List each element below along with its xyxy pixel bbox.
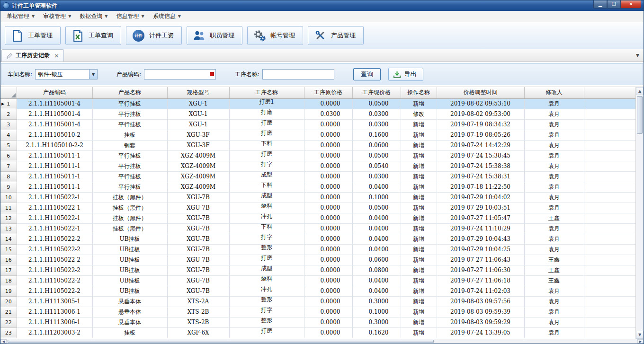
row-number-cell[interactable]: 23 <box>0 327 17 338</box>
cell: 2019-07-24 15:38:45 <box>437 150 524 161</box>
menu-item-system[interactable]: 系统信息▼ <box>149 10 185 22</box>
table-row[interactable]: 112.1.1.H1105022-1挂板（黑件）XGU-7B烧料0.00000.… <box>0 203 636 213</box>
table-row[interactable]: 172.1.1.H1105022-2UB挂板XGU-7B成型0.00000.08… <box>0 265 636 275</box>
menu-item-documents[interactable]: 单据管理▼ <box>2 10 39 22</box>
column-header-4[interactable]: 工序名称 <box>229 87 304 98</box>
row-number-cell[interactable]: 21 <box>0 307 17 317</box>
scroll-down-icon[interactable]: ▼ <box>636 331 644 339</box>
cell: 修改 <box>401 109 437 119</box>
table-row[interactable]: ▶12.1.1.H1105001-4平行挂板XGU-1打磨10.00000.05… <box>0 98 636 109</box>
scroll-left-icon[interactable]: ◀ <box>0 339 7 344</box>
column-header-1[interactable]: 产品编码 <box>17 87 92 98</box>
tab-process-history[interactable]: 工序历史记录 × <box>1 49 64 62</box>
menu-item-audit[interactable]: 审核管理▼ <box>39 10 75 22</box>
row-number-cell[interactable]: 22 <box>0 317 17 327</box>
search-button[interactable]: 查询 <box>353 68 381 80</box>
row-number-cell[interactable]: ▶1 <box>0 98 17 109</box>
close-button[interactable]: ✕ <box>621 0 641 9</box>
table-row[interactable]: 102.1.1.H1105022-1挂板（黑件）XGU-7B成型0.00000.… <box>0 192 636 203</box>
row-number-cell[interactable]: 9 <box>0 182 17 192</box>
horizontal-scroll-thumb[interactable] <box>8 340 434 343</box>
staff-mgmt-button[interactable]: 职员管理 <box>187 26 242 45</box>
cell: 新增 <box>401 265 437 275</box>
table-row[interactable]: 212.1.1.H1113006-1悬垂本体XTS-2B打字0.00000.10… <box>0 307 636 317</box>
table-row[interactable]: 182.1.1.H1105022-2UB挂板XGU-7B烧料0.00000.04… <box>0 275 636 286</box>
scroll-up-icon[interactable]: ▲ <box>636 87 644 95</box>
product-code-input[interactable] <box>144 70 215 79</box>
workshop-dropdown-icon[interactable]: ▼ <box>89 70 97 79</box>
table-row[interactable]: 32.1.1.H1105001-4平行挂板XGU-1打磨0.00000.0300… <box>0 119 636 130</box>
row-number-cell[interactable]: 5 <box>0 140 17 150</box>
table-row[interactable]: 192.1.1.H1105022-2UB挂板XGU-7B冲孔0.00000.04… <box>0 286 636 296</box>
product-code-picker-button[interactable] <box>210 72 214 76</box>
account-mgmt-button[interactable]: 帐号管理 <box>247 26 303 45</box>
table-row[interactable]: 232.1.1.H1203003-2挂板XGF-6X打磨0.00000.1620… <box>0 327 636 338</box>
row-number-cell[interactable]: 16 <box>0 255 17 265</box>
column-header-6[interactable]: 工序现价格 <box>352 87 401 98</box>
filler-cell <box>584 182 636 192</box>
column-header-2[interactable]: 产品名称 <box>92 87 167 98</box>
row-number-cell[interactable]: 15 <box>0 244 17 255</box>
column-header-7[interactable]: 操作名称 <box>401 87 437 98</box>
row-number-cell[interactable]: 14 <box>0 234 17 244</box>
column-header-9[interactable]: 修改人 <box>524 87 584 98</box>
work-order-query-button[interactable]: 工单查询 <box>65 26 121 45</box>
product-mgmt-button[interactable]: 产品管理 <box>308 26 364 45</box>
column-header-8[interactable]: 价格调整时间 <box>437 87 524 98</box>
table-row[interactable]: 72.1.1.H1105011-1平行挂板XGZ-4009M打字0.00000.… <box>0 161 636 171</box>
row-number-cell[interactable]: 6 <box>0 150 17 161</box>
cell: XGZ-4009M <box>167 171 229 182</box>
table-row[interactable]: 162.1.1.H1105022-2UB挂板XGU-7B打磨0.00000.06… <box>0 255 636 265</box>
table-row[interactable]: 222.1.1.H1113006-1悬垂本体XTS-2B整形0.00000.30… <box>0 317 636 327</box>
tab-close-icon[interactable]: × <box>54 52 59 59</box>
cell: 0.1620 <box>352 327 401 338</box>
horizontal-scrollbar[interactable]: ◀ ▶ <box>0 339 644 344</box>
row-number-cell[interactable]: 20 <box>0 296 17 307</box>
scroll-right-icon[interactable]: ▶ <box>637 339 644 344</box>
row-number-cell[interactable]: 4 <box>0 130 17 140</box>
table-row[interactable]: 132.1.1.H1105022-1挂板（黑件）XGU-7B下料0.00000.… <box>0 223 636 234</box>
row-number-cell[interactable]: 8 <box>0 171 17 182</box>
row-number-cell[interactable]: 11 <box>0 203 17 213</box>
table-row[interactable]: 92.1.1.H1105011-1平行挂板XGZ-4009M下料0.00000.… <box>0 182 636 192</box>
table-row[interactable]: 42.1.1.H1105010-2挂板XGU-3F打磨0.00000.1600新… <box>0 130 636 140</box>
table-row[interactable]: 22.1.1.H1105001-4平行挂板XGU-1打磨0.03000.0300… <box>0 109 636 119</box>
table-row[interactable]: 82.1.1.H1105011-1平行挂板XGZ-4009M成型0.00000.… <box>0 171 636 182</box>
table-row[interactable]: 202.1.1.H1113005-1悬垂本体XTS-2A整形0.00000.30… <box>0 296 636 307</box>
row-number-cell[interactable]: 3 <box>0 119 17 130</box>
cell: 2.1.1.H1105001-4 <box>17 119 92 130</box>
table-row[interactable]: 122.1.1.H1105022-1挂板（黑件）XGU-7B冲孔0.00000.… <box>0 213 636 223</box>
table-row[interactable]: 62.1.1.H1105011-1平行挂板XGZ-4009M打磨0.00000.… <box>0 150 636 161</box>
row-number-cell[interactable]: 17 <box>0 265 17 275</box>
select-all-corner[interactable] <box>0 87 17 98</box>
tab-list-dropdown-icon[interactable]: ▼ <box>636 53 639 58</box>
export-button[interactable]: 导出 <box>388 68 423 81</box>
vertical-scrollbar[interactable]: ▲ ▼ <box>635 87 644 339</box>
process-name-input[interactable] <box>263 70 334 79</box>
menu-item-info[interactable]: 信息管理▼ <box>112 10 148 22</box>
cell: 2.1.1.H1105022-2 <box>17 244 92 255</box>
row-number-cell[interactable]: 10 <box>0 192 17 203</box>
vertical-scroll-thumb[interactable] <box>637 96 643 134</box>
cell: 悬垂本体 <box>92 296 167 307</box>
cell: 0.0500 <box>352 98 401 109</box>
workshop-select[interactable]: 钢件-锻压 ▼ <box>35 69 98 79</box>
maximize-button[interactable]: ❐ <box>607 0 621 9</box>
column-header-5[interactable]: 工序原价格 <box>304 87 352 98</box>
menu-item-data-query[interactable]: 数据查询▼ <box>75 10 112 22</box>
minimize-button[interactable]: ▁ <box>593 0 607 9</box>
row-number-cell[interactable]: 19 <box>0 286 17 296</box>
row-number-cell[interactable]: 2 <box>0 109 17 119</box>
cell: 2019-07-29 10:04:02 <box>437 192 524 203</box>
row-number-cell[interactable]: 13 <box>0 223 17 234</box>
piece-wage-button[interactable]: 计件计件工资 <box>126 26 182 45</box>
column-header-3[interactable]: 规格型号 <box>167 87 229 98</box>
row-number-cell[interactable]: 7 <box>0 161 17 171</box>
table-row[interactable]: 52.1.1.H1105010-2-2钢套XGU-3F下料0.00000.060… <box>0 140 636 150</box>
work-order-mgmt-button[interactable]: 工单管理 <box>5 26 61 45</box>
row-number-cell[interactable]: 12 <box>0 213 17 223</box>
table-row[interactable]: 142.1.1.H1105022-2UB挂板XGU-7B打字0.00000.04… <box>0 234 636 244</box>
row-number-cell[interactable]: 18 <box>0 275 17 286</box>
tools-icon <box>314 29 327 42</box>
table-row[interactable]: 152.1.1.H1105022-2UB挂板XGU-7B整形0.00000.04… <box>0 244 636 255</box>
